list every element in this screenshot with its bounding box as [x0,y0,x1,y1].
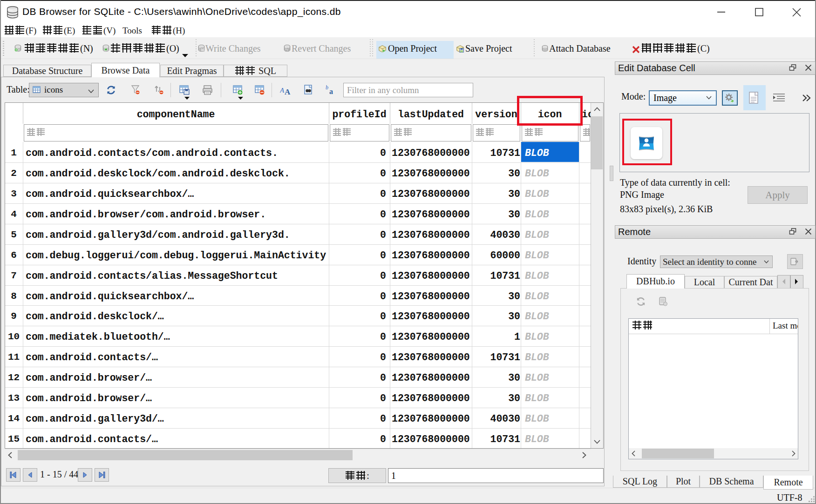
svg-text:a: a [329,87,333,95]
svg-text:A: A [285,87,291,95]
svg-text:b: b [326,85,328,91]
svg-text:A: A [280,87,285,94]
